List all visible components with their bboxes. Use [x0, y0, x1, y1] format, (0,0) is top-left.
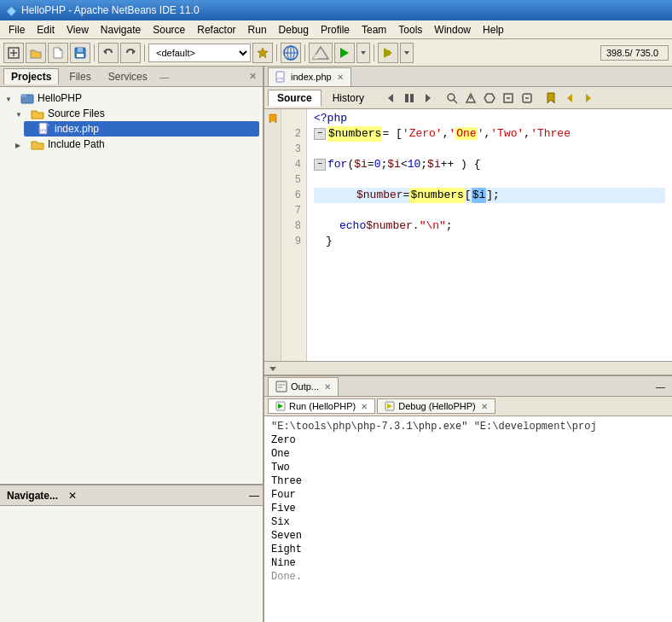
- fold-icon-4[interactable]: −: [314, 159, 326, 171]
- output-panel: Outp... ✕ — Run (HelloPHP) ✕ Debug (Hell…: [264, 375, 672, 622]
- redo-btn[interactable]: [120, 43, 141, 63]
- menu-team[interactable]: Team: [356, 22, 391, 38]
- svg-marker-15: [340, 48, 349, 58]
- src-toggle-btn[interactable]: [401, 90, 418, 107]
- src-bookmark-prev[interactable]: [561, 90, 578, 107]
- svg-marker-29: [426, 94, 431, 102]
- debug-dropdown-btn[interactable]: [400, 43, 414, 63]
- editor-tab-indexphp[interactable]: php index.php ✕: [268, 67, 351, 86]
- tree-item-sourcefiles[interactable]: Source Files: [14, 106, 259, 121]
- navigator-close-btn[interactable]: ✕: [68, 490, 77, 502]
- svg-marker-34: [484, 94, 495, 102]
- output-line-cmd: "E:\tools\php\php-7.3.1\php.exe" "E:\dev…: [271, 420, 665, 433]
- code-line-8: echo $number . "\n" ;: [314, 218, 665, 234]
- menu-tools[interactable]: Tools: [393, 22, 427, 38]
- src-forward-btn[interactable]: [420, 90, 437, 107]
- toolbar-sep-4: [304, 44, 305, 61]
- tree-item-indexphp[interactable]: php index.php: [24, 121, 259, 137]
- globe-btn[interactable]: [281, 43, 301, 63]
- menu-bar: File Edit View Navigate Source Refactor …: [0, 20, 672, 39]
- svg-rect-28: [410, 94, 414, 102]
- output-line-4: Four: [271, 488, 665, 502]
- menu-profile[interactable]: Profile: [316, 22, 355, 38]
- left-panel: Projects Files Services — ✕ HelloPHP Sou…: [0, 67, 264, 622]
- menu-navigate[interactable]: Navigate: [96, 22, 146, 38]
- menu-refactor[interactable]: Refactor: [192, 22, 240, 38]
- src-nav-btn2[interactable]: [481, 90, 498, 107]
- code-line-9: }: [314, 234, 665, 249]
- menu-source[interactable]: Source: [148, 22, 190, 38]
- debug-tab-close[interactable]: ✕: [481, 402, 488, 411]
- svg-marker-50: [387, 404, 392, 409]
- src-nav-btn1[interactable]: [462, 90, 479, 107]
- fold-icon-2[interactable]: −: [314, 128, 326, 140]
- svg-marker-40: [567, 94, 572, 102]
- menu-file[interactable]: File: [3, 22, 30, 38]
- expand-icon[interactable]: [268, 363, 278, 374]
- src-search-btn[interactable]: [443, 90, 461, 107]
- run-tab-run[interactable]: Run (HelloPHP) ✕: [268, 398, 375, 414]
- expand-includepath[interactable]: [15, 140, 27, 149]
- debug-tab[interactable]: Debug (HelloPHP) ✕: [377, 398, 495, 414]
- navigator-header: Navigate... ✕ —: [0, 485, 263, 506]
- expand-hellophp[interactable]: [5, 94, 17, 103]
- debug-btn[interactable]: [378, 43, 398, 63]
- navigator-tab[interactable]: Navigate...: [3, 488, 61, 503]
- config-combo[interactable]: <default>: [148, 44, 251, 62]
- toolbar-sep-1: [94, 44, 95, 61]
- svg-marker-42: [269, 114, 276, 123]
- run-btn[interactable]: [334, 43, 355, 63]
- panel-minimize-btn[interactable]: —: [158, 70, 171, 84]
- menu-window[interactable]: Window: [429, 22, 476, 38]
- tree-item-includepath[interactable]: Include Path: [14, 137, 259, 152]
- svg-rect-21: [21, 95, 26, 97]
- open-file-btn[interactable]: [48, 43, 68, 63]
- output-tab[interactable]: Outp... ✕: [268, 377, 339, 396]
- run-dropdown-btn[interactable]: [356, 43, 370, 63]
- output-tab-close[interactable]: ✕: [324, 382, 331, 392]
- code-line-2: − $numbers = [ 'Zero' , 'One' , 'Two' , …: [314, 126, 665, 142]
- editor-area: php index.php ✕ Source History: [264, 67, 672, 375]
- svg-marker-26: [388, 94, 393, 102]
- src-bookmark-next[interactable]: [580, 90, 597, 107]
- line-numbers: 2 3 4 5 6 7 8 9: [281, 109, 307, 361]
- svg-marker-8: [258, 48, 268, 58]
- navigator-minimize-btn[interactable]: —: [249, 490, 259, 502]
- src-bookmark-btn[interactable]: [542, 90, 559, 107]
- tab-services[interactable]: Services: [101, 69, 154, 84]
- combo-settings-btn[interactable]: [252, 43, 273, 63]
- scroll-indicator[interactable]: [264, 361, 672, 375]
- output-minimize-btn[interactable]: —: [652, 381, 669, 392]
- code-line-1: <?php: [314, 111, 665, 126]
- new-project-btn[interactable]: [3, 43, 24, 63]
- run-tab-close[interactable]: ✕: [361, 402, 368, 411]
- src-back-btn[interactable]: [382, 90, 399, 107]
- build-btn[interactable]: [309, 43, 333, 63]
- output-line-done: Done.: [271, 570, 665, 584]
- src-nav-btn3[interactable]: [500, 90, 517, 107]
- tab-files[interactable]: Files: [62, 69, 97, 84]
- expand-sourcefiles[interactable]: [15, 109, 27, 119]
- open-project-btn[interactable]: [26, 43, 46, 63]
- source-tab-history[interactable]: History: [323, 90, 374, 107]
- output-line-8: Eight: [271, 543, 665, 556]
- panel-close-btn[interactable]: ✕: [246, 70, 259, 84]
- code-content[interactable]: <?php − $numbers = [ 'Zero' , 'One' , 'T…: [307, 109, 672, 361]
- save-btn[interactable]: [70, 43, 90, 63]
- menu-help[interactable]: Help: [478, 22, 509, 38]
- editor-tab-close[interactable]: ✕: [337, 73, 344, 82]
- source-tab-source[interactable]: Source: [268, 90, 322, 107]
- tab-projects[interactable]: Projects: [3, 68, 59, 84]
- src-nav-btn4[interactable]: [518, 90, 536, 107]
- tree-label-indexphp: index.php: [55, 123, 99, 135]
- include-folder-icon: [31, 137, 44, 151]
- menu-run[interactable]: Run: [243, 22, 272, 38]
- tree-item-hellophp[interactable]: HelloPHP: [3, 90, 259, 106]
- undo-btn[interactable]: [98, 43, 119, 63]
- debug-icon: [385, 401, 395, 411]
- debug-tab-label: Debug (HelloPHP): [398, 401, 475, 411]
- menu-debug[interactable]: Debug: [274, 22, 314, 38]
- menu-view[interactable]: View: [61, 22, 94, 38]
- code-editor[interactable]: 2 3 4 5 6 7 8 9 <?php −: [264, 109, 672, 361]
- menu-edit[interactable]: Edit: [32, 22, 60, 38]
